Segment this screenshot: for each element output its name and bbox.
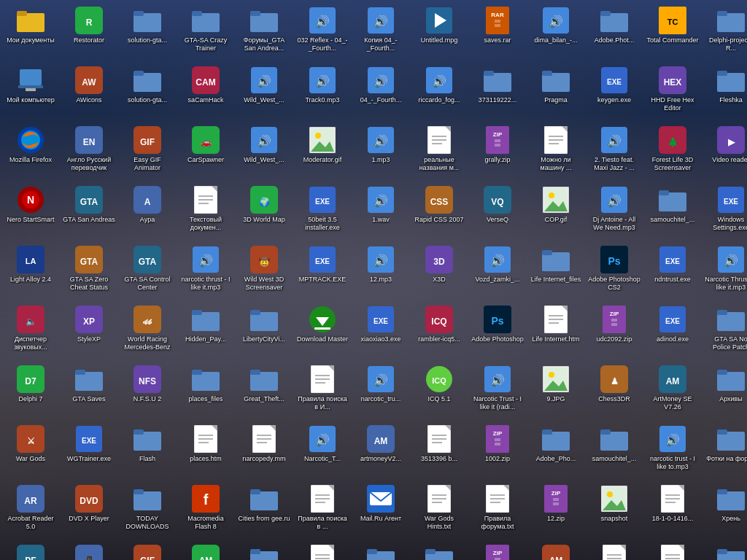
desktop-icon-81[interactable]: NFS N.F.S.U 2	[120, 362, 175, 420]
desktop-icon-28[interactable]: EN Англо Русский переводчик	[61, 122, 117, 181]
desktop-icon-74[interactable]: Ps Adobe Photoshop	[470, 302, 525, 360]
desktop-icon-117[interactable]: Хрень	[703, 481, 747, 540]
desktop-icon-100[interactable]: ZIP 1002.zip	[470, 421, 525, 480]
desktop-icon-112[interactable]: War Gods Hints.txt	[411, 481, 467, 540]
desktop-icon-59[interactable]: 🔊 12.mp3	[353, 242, 409, 300]
desktop-icon-21[interactable]: 🔊 riccardo_fog...	[411, 63, 467, 121]
desktop-icon-89[interactable]: ♟ Chess3DR	[587, 362, 642, 420]
desktop-icon-92[interactable]: ⚔ War Gods	[3, 421, 58, 480]
desktop-icon-116[interactable]: 18-1-0-1416...	[645, 481, 700, 540]
desktop-icon-27[interactable]: Mozilla Firefox	[3, 122, 58, 181]
desktop-icon-10[interactable]: 🔊 dima_bilan_-...	[528, 3, 584, 61]
desktop-icon-107[interactable]: TODAY DOWNLOADS	[120, 481, 175, 540]
desktop-icon-16[interactable]: solution-gta...	[120, 63, 175, 121]
desktop-icon-95[interactable]: places.htm	[178, 421, 233, 480]
desktop-icon-54[interactable]: GTA GTA SA Zero Cheat Status	[61, 242, 117, 300]
desktop-icon-6[interactable]: 🔊 032 Reflex - 04_-_Fourth...	[295, 3, 350, 61]
desktop-icon-46[interactable]: 🔊 1.wav	[353, 182, 409, 241]
desktop-icon-22[interactable]: 373119222...	[470, 63, 525, 121]
desktop-icon-102[interactable]: samouchitel_...	[587, 421, 642, 480]
desktop-icon-72[interactable]: EXE xiaoxiao3.exe	[353, 302, 409, 360]
desktop-icon-127[interactable]: AM ArtMoney SE V7.23	[528, 541, 584, 560]
desktop-icon-67[interactable]: XP StyleXP	[61, 302, 117, 360]
desktop-icon-58[interactable]: EXE MPTRACK.EXE	[295, 242, 350, 300]
desktop-icon-33[interactable]: 🔊 1.mp3	[353, 122, 409, 181]
desktop-icon-63[interactable]: Ps Adobe Photoshop CS2	[587, 242, 642, 300]
desktop-icon-26[interactable]: Fleshka	[703, 63, 747, 121]
desktop-icon-29[interactable]: GIF Easy GIF Animator	[120, 122, 175, 181]
desktop-icon-122[interactable]: MY SITE	[236, 541, 292, 560]
desktop-icon-38[interactable]: 🌲 Forest Life 3D Screensaver	[645, 122, 700, 181]
desktop-icon-53[interactable]: LA Light Alloy 2.4	[3, 242, 58, 300]
desktop-icon-80[interactable]: GTA Saves	[61, 362, 117, 420]
desktop-icon-48[interactable]: VQ VerseQ	[470, 182, 525, 241]
desktop-icon-9[interactable]: RAR saves.rar	[470, 3, 525, 61]
desktop-icon-2[interactable]: R Restorator	[61, 3, 117, 61]
desktop-icon-42[interactable]: A Аура	[120, 182, 175, 241]
desktop-icon-109[interactable]: Cities from gee.ru	[236, 481, 292, 540]
desktop-icon-79[interactable]: D7 Delphi 7	[3, 362, 58, 420]
desktop-icon-119[interactable]: 📱 Mobile Ringtone...	[61, 541, 117, 560]
desktop-icon-49[interactable]: COP.gif	[528, 182, 584, 241]
desktop-icon-106[interactable]: DVD DVD X Player	[61, 481, 117, 540]
desktop-icon-114[interactable]: ZIP 12.zip	[528, 481, 584, 540]
desktop-icon-51[interactable]: samouchitel_...	[645, 182, 700, 241]
desktop-icon-30[interactable]: 🚗 CarSpawner	[178, 122, 233, 181]
desktop-icon-104[interactable]: Фотки на форум	[703, 421, 747, 480]
desktop-icon-44[interactable]: 🌍 3D World Map	[236, 182, 292, 241]
desktop-icon-84[interactable]: Правила поиска в И...	[295, 362, 350, 420]
desktop-icon-126[interactable]: ZIP 13.zip	[470, 541, 525, 560]
desktop-icon-86[interactable]: ICQ ICQ 5.1	[411, 362, 467, 420]
desktop-icon-32[interactable]: Moderator.gif	[295, 122, 350, 181]
desktop-icon-83[interactable]: Great_Theft...	[236, 362, 292, 420]
desktop-icon-3[interactable]: solution-gta...	[120, 3, 175, 61]
desktop-icon-11[interactable]: Adobe.Phot...	[587, 3, 642, 61]
desktop-icon-93[interactable]: EXE WGTrainer.exe	[61, 421, 117, 480]
desktop-icon-96[interactable]: narcopedy.mm	[236, 421, 292, 480]
desktop-icon-103[interactable]: 🔊 narcotic trust - I like to.mp3	[645, 421, 700, 480]
desktop-icon-37[interactable]: 🔊 2. Tiesto feat. Maxi Jazz - ...	[587, 122, 642, 181]
desktop-icon-41[interactable]: GTA GTA San Andreas	[61, 182, 117, 241]
desktop-icon-56[interactable]: 🔊 narcotic thrust - I like it.mp3	[178, 242, 233, 300]
desktop-icon-36[interactable]: Можно ли машину ...	[528, 122, 584, 181]
desktop-icon-13[interactable]: Delphi-projects R...	[703, 3, 747, 61]
desktop-icon-52[interactable]: EXE Windows Settings.exe	[703, 182, 747, 241]
desktop-icon-43[interactable]: Текстовый докумен...	[178, 182, 233, 241]
desktop-icon-64[interactable]: EXE ndntrust.exe	[645, 242, 700, 300]
desktop-icon-69[interactable]: Hidden_Pay...	[178, 302, 233, 360]
desktop-icon-14[interactable]: Мой компьютер	[3, 63, 58, 121]
desktop-icon-70[interactable]: LibertyCityVi...	[236, 302, 292, 360]
desktop-icon-12[interactable]: TC Total Commander	[645, 3, 700, 61]
desktop-icon-25[interactable]: HEX HHD Free Hex Editor	[645, 63, 700, 121]
desktop-icon-65[interactable]: 🔊 Narcotic Thrust - I like it.mp3	[703, 242, 747, 300]
desktop-icon-62[interactable]: Life Internet_files	[528, 242, 584, 300]
desktop-icon-31[interactable]: 🔊 Wild_West_...	[236, 122, 292, 181]
desktop-icon-57[interactable]: 🤠 Wild West 3D Screensaver	[236, 242, 292, 300]
desktop-icon-87[interactable]: 🔊 Narcotic Trust - I like it (radi...	[470, 362, 525, 420]
desktop-icon-23[interactable]: Pragma	[528, 63, 584, 121]
desktop-icon-99[interactable]: 3513396 b...	[411, 421, 467, 480]
desktop-icon-108[interactable]: f Macromedia Flash 8	[178, 481, 233, 540]
desktop-icon-78[interactable]: GTA SA No Police Patch	[703, 302, 747, 360]
desktop-icon-20[interactable]: 🔊 04_-_Fourth...	[353, 63, 409, 121]
desktop-icon-110[interactable]: Правила поиска в ...	[295, 481, 350, 540]
desktop-icon-24[interactable]: EXE keygen.exe	[587, 63, 642, 121]
desktop-icon-45[interactable]: EXE 50beit 3.5 installer.exe	[295, 182, 350, 241]
desktop-icon-97[interactable]: 🔊 Narcotic_T...	[295, 421, 350, 480]
desktop-icon-5[interactable]: Форумы_GTA San Andrea...	[236, 3, 292, 61]
desktop-icon-66[interactable]: 🔈 Диспетчер звуковых...	[3, 302, 58, 360]
desktop-icon-35[interactable]: ZIP grally.zip	[470, 122, 525, 181]
desktop-icon-4[interactable]: GTA-SA Crazy Trainer	[178, 3, 233, 61]
desktop-icon-125[interactable]: Форумы_GTA San Andrea...	[411, 541, 467, 560]
desktop-icon-82[interactable]: places_files	[178, 362, 233, 420]
desktop-icon-55[interactable]: GTA GTA SA Control Center	[120, 242, 175, 300]
desktop-icon-98[interactable]: AM artmoneyV2...	[353, 421, 409, 480]
desktop-icon-118[interactable]: PF PIMS & File Manager	[3, 541, 58, 560]
desktop-icon-71[interactable]: Download Master	[295, 302, 350, 360]
desktop-icon-47[interactable]: CSS Rapid CSS 2007	[411, 182, 467, 241]
desktop-icon-90[interactable]: AM ArtMoney SE V7.26	[645, 362, 700, 420]
desktop-icon-94[interactable]: Flash	[120, 421, 175, 480]
desktop-icon-61[interactable]: 🔊 Vozd_zamki_...	[470, 242, 525, 300]
desktop-icon-91[interactable]: Архивы	[703, 362, 747, 420]
desktop-icon-39[interactable]: ▶ Video reader	[703, 122, 747, 181]
